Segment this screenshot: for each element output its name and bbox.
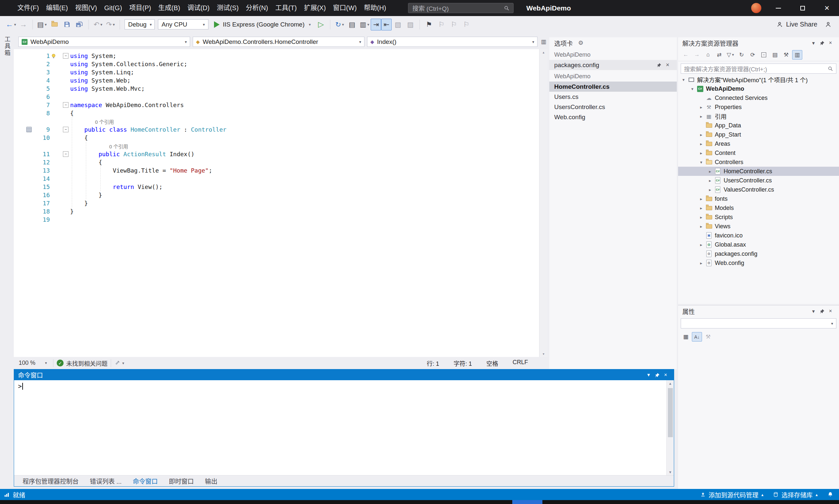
next-bookmark-button[interactable]: ⚐ [448, 19, 460, 31]
document-tab[interactable]: packages.config× [549, 60, 677, 70]
filter-icon[interactable]: ▽▾ [725, 50, 735, 59]
scroll-up-icon[interactable]: ▴ [539, 50, 548, 55]
code-cleanup-button[interactable]: ▾ [115, 360, 124, 366]
tree-item[interactable]: ▸▦引用 [678, 112, 839, 121]
pin-icon[interactable] [818, 308, 826, 314]
minimize-button[interactable] [766, 0, 790, 16]
tool-window-tab[interactable]: 程序包管理器控制台 [19, 475, 83, 487]
close-icon[interactable]: × [826, 40, 835, 46]
solution-configurations-select[interactable]: Debug▾ [124, 19, 155, 30]
editor-scrollbar[interactable]: ▴ ▾ [539, 49, 548, 357]
tree-item[interactable]: ⚙packages.config [678, 249, 839, 258]
switch-views-icon[interactable]: ⇄ [714, 50, 724, 59]
tree-expander[interactable]: ▾ [680, 77, 687, 82]
code-line-text[interactable]: ViewBag.Title = "Home Page"; [70, 166, 212, 175]
tool-window-tab[interactable]: 即时窗口 [165, 475, 198, 487]
alphabetical-icon[interactable]: A↓ [692, 332, 702, 342]
solution-platforms-select[interactable]: Any CPU▾ [158, 19, 208, 30]
tree-expander[interactable]: ▾ [689, 87, 696, 91]
tree-expander[interactable]: ▸ [698, 132, 705, 137]
codelens-reference-count[interactable]: 0 个引用 [109, 143, 128, 150]
tree-item[interactable]: ▸C#ValuesController.cs [678, 185, 839, 194]
member-dropdown[interactable]: ◆ Index() ▾ [367, 37, 538, 47]
refresh-icon[interactable]: ⟳ [748, 50, 758, 59]
scrollbar[interactable]: ▴ ▾ [666, 380, 674, 475]
tree-item[interactable]: ▸App_Start [678, 130, 839, 139]
new-query-button[interactable]: ▤ [346, 19, 358, 31]
tree-item[interactable]: ▸fonts [678, 194, 839, 203]
tree-expander[interactable]: ▸ [706, 178, 714, 183]
menu-item[interactable]: 文件(F) [14, 0, 42, 16]
pin-icon[interactable] [818, 40, 826, 46]
scrollbar-thumb[interactable] [668, 388, 673, 437]
caret-line-indicator[interactable]: 行: 1 [427, 359, 439, 367]
outlining-collapse-button[interactable]: − [63, 151, 69, 157]
menu-item[interactable]: Git(G) [101, 0, 125, 16]
toggle-whitespace-button[interactable]: ⇤ [381, 19, 392, 31]
code-line-text[interactable]: using System; [70, 52, 116, 60]
code-line-text[interactable]: using System.Collections.Generic; [70, 60, 188, 68]
tree-expander[interactable]: ▸ [698, 197, 705, 201]
tree-item[interactable]: ▾Controllers [678, 158, 839, 167]
tree-item[interactable]: ▸C#HomeController.cs [678, 167, 839, 176]
close-icon[interactable]: × [661, 372, 670, 378]
code-line-text[interactable]: } [70, 199, 88, 207]
toggle-bookmark-button[interactable]: ⚑ [423, 19, 435, 31]
tree-item[interactable]: ▣favicon.ico [678, 231, 839, 240]
tree-expander[interactable]: ▸ [706, 187, 714, 192]
categorized-icon[interactable]: ▦ [681, 332, 691, 342]
document-tab[interactable]: Users.cs [549, 92, 677, 102]
tree-item[interactable]: ▸Scripts [678, 213, 839, 222]
maximize-button[interactable] [790, 0, 815, 16]
redo-button[interactable]: ↷▾ [104, 19, 117, 31]
user-avatar[interactable] [751, 3, 761, 13]
document-health-icon[interactable]: ✓ [57, 360, 64, 366]
project-dropdown[interactable]: C# WebApiDemo ▾ [18, 37, 190, 47]
property-pages-icon[interactable]: ⚒ [703, 332, 713, 342]
start-without-debugging-button[interactable]: ▷ [315, 19, 327, 31]
tree-expander[interactable]: ▸ [698, 215, 705, 220]
window-position-icon[interactable]: ▾ [809, 40, 818, 46]
pin-icon[interactable] [655, 61, 663, 69]
tree-item[interactable]: ▸Content [678, 148, 839, 158]
background-tasks-icon[interactable] [4, 492, 10, 498]
refresh-button[interactable]: ↻▾ [333, 19, 346, 31]
feedback-button[interactable] [822, 19, 834, 31]
tree-expander[interactable]: ▸ [698, 224, 705, 229]
close-icon[interactable]: × [826, 308, 835, 314]
window-position-icon[interactable]: ▾ [809, 308, 818, 314]
menu-item[interactable]: 测试(S) [213, 0, 242, 16]
menu-item[interactable]: 帮助(H) [360, 0, 390, 16]
tree-item[interactable]: ▸Views [678, 222, 839, 231]
code-line-text[interactable]: { [70, 133, 88, 142]
code-line-text[interactable]: public ActionResult Index() [70, 150, 194, 158]
home-icon[interactable]: ⌂ [703, 50, 713, 59]
code-line-text[interactable]: using System.Linq; [70, 68, 134, 76]
tool-window-tab[interactable]: 输出 [201, 475, 221, 487]
line-ending-indicator[interactable]: CRLF [512, 359, 528, 367]
open-file-button[interactable] [48, 19, 60, 31]
undo-button[interactable]: ↶▾ [92, 19, 104, 31]
new-project-button[interactable]: ▤▾ [36, 19, 48, 31]
tree-expander[interactable]: ▸ [698, 242, 705, 247]
outlining-collapse-button[interactable]: − [63, 53, 69, 59]
menu-item[interactable]: 扩展(X) [300, 0, 329, 16]
navigate-forward-button[interactable]: → [17, 19, 30, 31]
uncomment-selection-button[interactable]: ▨ [404, 19, 417, 31]
menu-item[interactable]: 调试(D) [184, 0, 213, 16]
clear-bookmarks-button[interactable]: ⚐ [460, 19, 473, 31]
tree-expander[interactable]: ▸ [698, 206, 705, 211]
properties-header[interactable]: 属性 ▾ × [678, 306, 839, 317]
selected-object-select[interactable]: ▾ [681, 318, 836, 328]
tree-item[interactable]: ▾解决方案"WebApiDemo"(1 个项目/共 1 个) [678, 75, 839, 84]
tool-window-titlebar[interactable]: 命令窗口 ▾ × [14, 370, 674, 380]
collapse-all-icon[interactable]: − [759, 50, 769, 59]
tree-expander[interactable]: ▸ [706, 169, 714, 174]
tree-item[interactable]: ▸⊕Global.asax [678, 240, 839, 249]
menu-item[interactable]: 生成(B) [155, 0, 184, 16]
tree-expander[interactable]: ▸ [698, 114, 705, 119]
scroll-down-icon[interactable]: ▾ [539, 352, 548, 356]
show-all-files-icon[interactable]: ▤ [770, 50, 780, 59]
previous-bookmark-button[interactable]: ⚐ [435, 19, 448, 31]
menu-item[interactable]: 视图(V) [71, 0, 101, 16]
